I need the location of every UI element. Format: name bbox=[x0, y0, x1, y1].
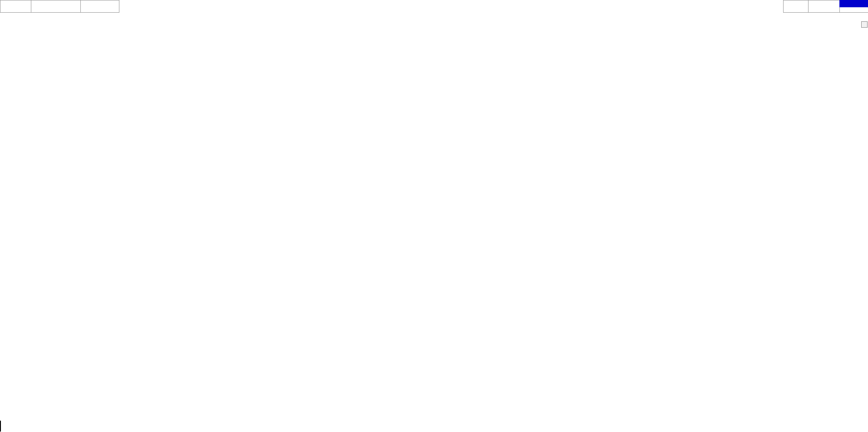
currency-field bbox=[80, 6, 119, 13]
last-price-badge bbox=[839, 0, 868, 7]
date-to-field[interactable] bbox=[31, 6, 81, 13]
bars-count-dropdown[interactable] bbox=[0, 0, 31, 6]
taipan-chart-window bbox=[0, 0, 868, 432]
exchange-label bbox=[783, 6, 809, 13]
minimize-button[interactable] bbox=[861, 21, 868, 28]
period-dropdown[interactable] bbox=[0, 6, 31, 13]
x-axis-l-cell bbox=[0, 421, 1, 432]
price-chart-canvas bbox=[0, 0, 868, 432]
period-high-label bbox=[808, 0, 840, 6]
wkn-field[interactable] bbox=[80, 0, 119, 6]
category-label bbox=[783, 0, 809, 6]
period-low-label bbox=[808, 6, 840, 13]
date-from-field[interactable] bbox=[31, 0, 81, 6]
